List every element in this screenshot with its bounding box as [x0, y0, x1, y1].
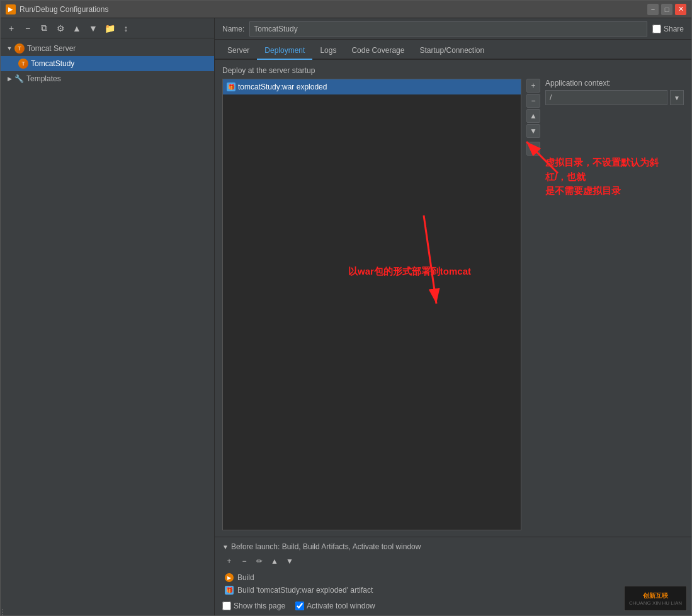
svg-line-3 [424, 215, 436, 304]
copy-config-button[interactable]: ⧉ [37, 21, 51, 35]
share-label: Share [664, 25, 684, 33]
artifact-item-label: tomcatStudy:war exploded [238, 83, 327, 91]
launch-up-button[interactable]: ▲ [268, 555, 281, 568]
templates-label: Templates [26, 74, 61, 83]
launch-remove-button[interactable]: − [237, 555, 251, 568]
tomcat-group-label: Tomcat Server [27, 44, 76, 53]
sidebar-item-tomcatstudy[interactable]: T TomcatStudy [1, 56, 214, 71]
sidebar-tree: ▼ T Tomcat Server T TomcatStudy ▶ 🔧 Temp… [1, 38, 214, 609]
name-label: Name: [222, 25, 244, 33]
templates-icon: 🔧 [14, 74, 24, 83]
name-bar: Name: Share [215, 18, 691, 40]
before-launch-toggle[interactable]: ▼ [222, 544, 229, 550]
tabs-bar: Server Deployment Logs Code Coverage Sta… [215, 40, 691, 60]
launch-item-build: ▶ Build [222, 571, 684, 584]
resize-dots [2, 609, 3, 615]
before-launch-header: ▼ Before launch: Build, Build Artifacts,… [222, 542, 684, 551]
launch-item-build-label: Build [237, 573, 254, 582]
tomcatstudy-label: TomcatStudy [31, 59, 74, 68]
bottom-checkboxes: Show this page Activate tool window [222, 602, 684, 610]
tab-deployment[interactable]: Deployment [257, 42, 312, 60]
run-debug-configurations-window: ▶ Run/Debug Configurations − □ ✕ + − ⧉ ⚙… [0, 0, 692, 616]
deploy-at-startup-label: Deploy at the server startup [222, 66, 684, 75]
expand-arrow-templates: ▶ [6, 75, 13, 83]
app-context-row: ▼ [545, 90, 684, 105]
launch-items: ▶ Build 🎁 Build 'tomcatStudy:war explode… [222, 571, 684, 596]
launch-artifact-icon: 🎁 [225, 586, 234, 595]
watermark-subtext: CHUANG XIN HU LIAN [629, 600, 682, 606]
remove-config-button[interactable]: − [21, 21, 35, 35]
watermark-logo: 创新互联 [643, 591, 668, 600]
close-button[interactable]: ✕ [675, 4, 686, 15]
tomcat-group-icon: T [14, 43, 25, 54]
deploy-up-button[interactable]: ▲ [526, 109, 540, 123]
share-area: Share [652, 25, 684, 33]
right-panel-body: Deploy at the server startup 🎁 tomcatStu… [215, 60, 691, 615]
show-page-label[interactable]: Show this page [234, 602, 285, 610]
launch-item-artifact: 🎁 Build 'tomcatStudy:war exploded' artif… [222, 584, 684, 596]
before-launch-toolbar: + − ✏ ▲ ▼ [222, 555, 684, 568]
tab-logs[interactable]: Logs [312, 42, 344, 60]
name-input[interactable] [249, 21, 647, 37]
before-launch-title: Before launch: Build, Build Artifacts, A… [231, 542, 421, 551]
watermark: 创新互联 CHUANG XIN HU LIAN [624, 586, 687, 611]
deployment-panel: Deploy at the server startup 🎁 tomcatStu… [215, 60, 691, 537]
activate-tool-label[interactable]: Activate tool window [307, 602, 375, 610]
folder-button[interactable]: 📁 [103, 21, 116, 35]
share-checkbox[interactable] [652, 25, 661, 33]
main-content: + − ⧉ ⚙ ▲ ▼ 📁 ↕ ▼ T Tomcat Server T [1, 18, 691, 615]
activate-tool-group: Activate tool window [295, 602, 375, 610]
artifact-list: 🎁 tomcatStudy:war exploded [222, 79, 521, 530]
sidebar-group-tomcat[interactable]: ▼ T Tomcat Server [1, 41, 214, 56]
tab-code-coverage[interactable]: Code Coverage [344, 42, 412, 60]
tab-startup-connection[interactable]: Startup/Connection [412, 42, 492, 60]
svg-line-1 [526, 142, 558, 173]
annotation-arrow-1-svg [399, 215, 474, 341]
build-icon: ▶ [225, 573, 234, 582]
sort-button[interactable]: ↕ [119, 21, 133, 35]
wrench-button[interactable]: ⚙ [54, 21, 67, 35]
tomcat-item-icon: T [18, 59, 28, 69]
sidebar: + − ⧉ ⚙ ▲ ▼ 📁 ↕ ▼ T Tomcat Server T [1, 18, 215, 615]
sidebar-toolbar: + − ⧉ ⚙ ▲ ▼ 📁 ↕ [1, 18, 214, 38]
artifact-list-container: 🎁 tomcatStudy:war exploded [222, 79, 521, 530]
app-context-input[interactable] [545, 90, 667, 105]
launch-item-artifact-label: Build 'tomcatStudy:war exploded' artifac… [237, 586, 373, 595]
launch-down-button[interactable]: ▼ [283, 555, 297, 568]
app-context-label: Application context: [545, 79, 684, 88]
launch-edit-button[interactable]: ✏ [252, 555, 266, 568]
launch-add-button[interactable]: + [222, 555, 236, 568]
expand-arrow-tomcat: ▼ [6, 45, 13, 52]
move-down-button[interactable]: ▼ [86, 21, 100, 35]
title-bar: ▶ Run/Debug Configurations − □ ✕ [1, 1, 691, 18]
context-dropdown-button[interactable]: ▼ [670, 90, 684, 105]
deploy-add-button[interactable]: + [526, 79, 540, 93]
right-panel: Name: Share Server Deployment Logs Code … [215, 18, 691, 615]
minimize-button[interactable]: − [647, 4, 659, 15]
maximize-button[interactable]: □ [661, 4, 672, 15]
show-page-checkbox[interactable] [222, 602, 231, 610]
app-context-area: Application context: ▼ 虚拟目录，不设置默认为斜杠/，也就… [545, 79, 684, 530]
show-page-group: Show this page [222, 602, 285, 610]
window-title: Run/Debug Configurations [20, 5, 647, 14]
tab-server[interactable]: Server [220, 42, 257, 60]
window-controls: − □ ✕ [647, 4, 686, 15]
annotation-arrow-2-svg [508, 123, 583, 186]
add-config-button[interactable]: + [4, 21, 18, 35]
artifact-item-tomcatstudy[interactable]: 🎁 tomcatStudy:war exploded [223, 79, 521, 94]
activate-tool-checkbox[interactable] [295, 602, 304, 610]
deploy-remove-button[interactable]: − [526, 94, 540, 108]
artifact-gift-icon: 🎁 [227, 83, 235, 91]
before-launch-section: ▼ Before launch: Build, Build Artifacts,… [215, 537, 691, 615]
sidebar-group-templates[interactable]: ▶ 🔧 Templates [1, 71, 214, 86]
sidebar-resize-handle[interactable] [1, 609, 4, 615]
move-up-button[interactable]: ▲ [70, 21, 84, 35]
window-icon: ▶ [6, 4, 16, 14]
